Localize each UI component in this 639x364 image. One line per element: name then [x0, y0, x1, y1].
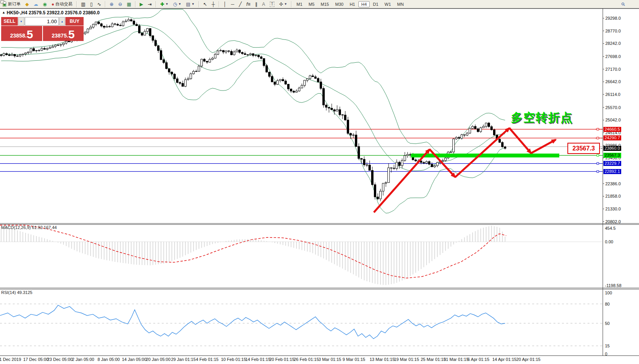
candle-body — [456, 137, 457, 139]
axis-tick-label: 28242.0 — [605, 41, 621, 46]
candle-body — [223, 50, 224, 52]
candle-body — [266, 66, 268, 72]
volume-decrease-button[interactable]: ▼ — [18, 17, 24, 26]
candle-body — [17, 56, 19, 56]
label-tool[interactable]: T — [268, 1, 276, 8]
candle-body — [377, 197, 379, 199]
chat-button[interactable] — [632, 3, 636, 5]
candle-body — [434, 166, 436, 167]
sell-price-button[interactable]: 23858.5 — [1, 26, 42, 41]
timeframe-M5[interactable]: M5 — [306, 1, 317, 7]
zoom-out-button[interactable]: ⊖ — [116, 1, 124, 7]
time-label: 20 Apr 01:15 — [516, 357, 540, 362]
main-toolbar: ▣ 新订单 ◆ ☁ ◉ ● 自动交易 ▥ ▯ ∿ ⊕ ⊖ ▦ ▶ ⇥ ✚▼ ◷▼… — [0, 0, 639, 9]
timeframe-M15[interactable]: M15 — [318, 1, 332, 7]
horizontal-line-tool[interactable]: ─ — [229, 1, 236, 7]
timeframe-MN[interactable]: MN — [394, 1, 406, 7]
text-label-icon: T — [270, 2, 274, 7]
candle-body — [101, 24, 103, 26]
volume-increase-button[interactable]: ▲ — [59, 17, 65, 26]
candle-body — [90, 27, 92, 29]
candle-body — [14, 55, 16, 56]
candle-body — [55, 45, 57, 46]
candlestick-chart-button[interactable]: ▯ — [88, 1, 95, 7]
timeframe-D1[interactable]: D1 — [370, 1, 381, 7]
turning-point-annotation: 多空转折点 — [511, 110, 573, 126]
candle-body — [458, 137, 460, 138]
candle-body — [504, 147, 506, 149]
candle-body — [206, 61, 208, 62]
candle-body — [128, 20, 130, 21]
candle-body — [263, 58, 265, 65]
candle-body — [347, 120, 349, 133]
fibonacci-tool[interactable]: f≡ — [245, 1, 252, 7]
candle-body — [271, 77, 273, 82]
axis-tick-label: 27170.0 — [605, 67, 621, 72]
candle-body — [431, 164, 433, 167]
candle-body — [95, 22, 97, 24]
periods-button[interactable]: ◷▼ — [171, 1, 183, 7]
candle-body — [315, 77, 317, 78]
candle-body — [407, 154, 409, 156]
label-anchor-square — [597, 162, 599, 164]
timeframe-M30[interactable]: M30 — [332, 1, 346, 7]
candle-body — [133, 21, 135, 24]
candle-body — [277, 80, 279, 84]
sell-button[interactable]: SELL — [1, 17, 18, 26]
autotrading-button[interactable]: ● 自动交易 — [50, 0, 74, 8]
market-watch-button[interactable]: ◆ — [23, 1, 31, 7]
candle-body — [185, 80, 187, 86]
cursor-icon: ↖ — [203, 2, 207, 7]
candle-body — [84, 32, 86, 34]
chart-area[interactable]: 29298.028770.028242.027698.027170.026642… — [0, 0, 639, 364]
axis-tick-label: 27698.0 — [605, 54, 621, 59]
macd-scale-label: -1198.58 — [605, 283, 622, 288]
candle-body — [499, 139, 501, 142]
time-label: 3 Mar 01:15 — [319, 357, 341, 362]
candle-body — [450, 152, 452, 152]
timeframe-W1[interactable]: W1 — [382, 1, 394, 7]
timeframe-H1[interactable]: H1 — [347, 1, 358, 7]
buy-button[interactable]: BUY — [65, 17, 84, 26]
candle-body — [388, 168, 390, 183]
timeframe-H4[interactable]: H4 — [358, 1, 369, 7]
arrows-icon: ✣ — [279, 2, 283, 7]
contacts-button[interactable]: ☁ — [32, 1, 40, 7]
cursor-tool-button[interactable]: ↖ — [201, 1, 209, 7]
time-label: 26 Feb 01:15 — [294, 357, 319, 362]
line-chart-button[interactable]: ∿ — [95, 1, 103, 7]
candle-body — [252, 54, 254, 56]
volume-input[interactable] — [25, 17, 59, 26]
candle-body — [231, 51, 233, 55]
candle-body — [317, 79, 319, 82]
templates-button[interactable]: ▤▼ — [184, 1, 196, 7]
candle-body — [361, 159, 363, 159]
buy-price-button[interactable]: 23875.5 — [43, 26, 84, 41]
auto-scroll-button[interactable]: ▶ — [138, 1, 145, 7]
chart-shift-button[interactable]: ⇥ — [146, 1, 154, 7]
crosshair-tool-button[interactable]: ┼ — [210, 1, 217, 7]
time-label: 11 Dec 2019 — [0, 357, 21, 362]
vertical-line-tool[interactable]: │ — [221, 1, 228, 7]
tile-windows-button[interactable]: ▦ — [125, 1, 133, 7]
toolbar-separator — [76, 1, 77, 7]
time-label: 19 Mar 01:15 — [394, 357, 419, 362]
candle-body — [475, 126, 476, 129]
bar-chart-button[interactable]: ▥ — [79, 1, 87, 7]
collapse-triangle-icon[interactable]: ▲ — [2, 10, 5, 14]
zoom-in-button[interactable]: ⊕ — [108, 1, 115, 7]
arrows-tool[interactable]: ✣▼ — [277, 1, 289, 7]
timeframe-M1[interactable]: M1 — [294, 1, 305, 7]
time-label: 23 Dec 05:00 — [47, 357, 72, 362]
indicators-button[interactable]: ✚▼ — [158, 1, 170, 7]
trendline-tool[interactable]: ╱ — [237, 1, 243, 7]
text-tool[interactable]: A — [260, 1, 267, 7]
signals-button[interactable]: ◉ — [41, 1, 49, 7]
sell-price-fraction: 5 — [27, 29, 33, 40]
label-anchor-square — [597, 154, 599, 156]
candle-body — [358, 147, 360, 159]
axis-tick-label: 29298.0 — [605, 16, 621, 21]
candle-body — [350, 133, 352, 135]
search-button[interactable]: ⚲ — [620, 1, 627, 7]
channel-tool[interactable]: ∥ — [253, 1, 259, 7]
